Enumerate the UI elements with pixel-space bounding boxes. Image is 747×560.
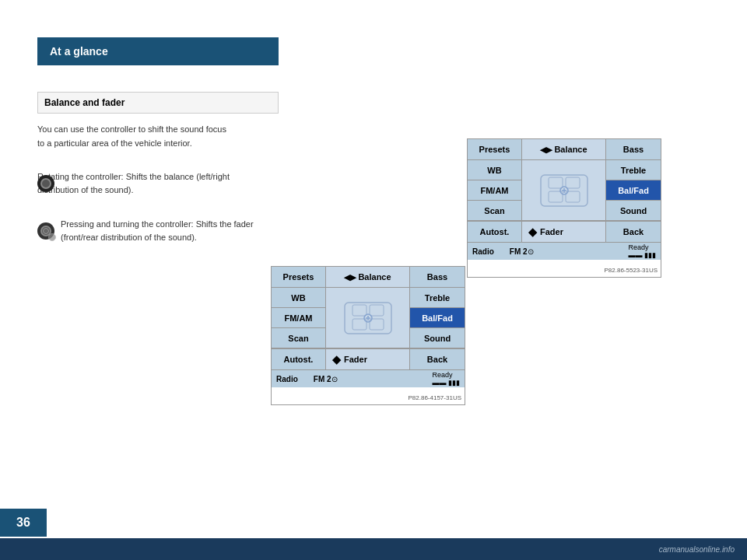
presets-btn-small[interactable]: Presets xyxy=(272,267,326,287)
bal-fad-btn-large[interactable]: Bal/Fad xyxy=(606,180,661,201)
autost-btn-small[interactable]: Autost. xyxy=(272,349,326,369)
radio-icon-large: ⊙ xyxy=(528,247,534,256)
sound-btn-large[interactable]: Sound xyxy=(606,201,661,221)
svg-rect-2 xyxy=(370,305,384,316)
fm2-label-large: FM 2 xyxy=(510,247,528,256)
balance-label-large: Balance xyxy=(554,145,587,154)
part-number-small: P82.86-4157-31US xyxy=(272,387,465,404)
bal-fad-btn-small[interactable]: Bal/Fad xyxy=(410,308,465,328)
svg-rect-10 xyxy=(566,177,580,188)
subheader-title: Balance and fader xyxy=(44,97,124,108)
radio-icon-small: ⊙ xyxy=(331,375,338,383)
page-number: 36 xyxy=(16,516,30,530)
radio-label-large: Radio xyxy=(472,247,494,256)
knob-icon-2 xyxy=(37,222,54,240)
wb-btn-large[interactable]: WB xyxy=(468,160,522,180)
radio-panel-small: Presets ◀▶ Balance Bass WB FM/AM Scan xyxy=(271,266,465,405)
page-badge: 36 xyxy=(0,509,47,537)
fader-label-large: Fader xyxy=(540,227,563,236)
radio-label-small: Radio xyxy=(276,375,298,383)
sound-btn-small[interactable]: Sound xyxy=(410,328,465,348)
fm2-label-small: FM 2 xyxy=(314,375,331,383)
subheader-box: Balance and fader xyxy=(37,92,279,114)
fader-label-small: Fader xyxy=(344,355,367,364)
body-text-block: You can use the controller to shift the … xyxy=(37,123,263,245)
bass-btn-small[interactable]: Bass xyxy=(410,267,465,287)
svg-rect-9 xyxy=(549,177,563,188)
balance-label-small: Balance xyxy=(358,272,391,282)
autost-btn-large[interactable]: Autost. xyxy=(468,222,522,242)
radio-panel-large: Presets ◀▶ Balance Bass WB FM/AM Scan xyxy=(467,138,661,278)
body-line4: Rotating the controller: Shifts the bala… xyxy=(37,170,263,198)
body-line2: to a particular area of the vehicle inte… xyxy=(37,137,263,151)
status-bar-small: Radio FM 2 ⊙ Ready ▬▬ ▮▮▮ xyxy=(272,370,465,387)
treble-btn-small[interactable]: Treble xyxy=(410,288,465,308)
status-bar-large: Radio FM 2 ⊙ Ready ▬▬ ▮▮▮ xyxy=(468,243,661,260)
car-diagram-small xyxy=(337,291,399,345)
svg-rect-1 xyxy=(352,305,366,316)
fm-am-btn-large[interactable]: FM/AM xyxy=(468,180,522,201)
watermark-text: carmanualsonline.info xyxy=(659,545,735,554)
presets-btn-large[interactable]: Presets xyxy=(468,139,522,159)
body-line7: Pressing and turning the controller: Shi… xyxy=(61,218,263,245)
part-number-large: P82.86-5523-31US xyxy=(468,260,661,277)
ready-status-small: Ready ▬▬ ▮▮▮ xyxy=(432,371,460,387)
header-title: At a glance xyxy=(50,45,108,58)
watermark-bar: carmanualsonline.info xyxy=(0,538,747,560)
bass-btn-large[interactable]: Bass xyxy=(606,139,661,159)
ready-status-large: Ready ▬▬ ▮▮▮ xyxy=(628,243,656,259)
treble-btn-large[interactable]: Treble xyxy=(606,160,661,180)
car-diagram-large xyxy=(533,163,595,218)
wb-btn-small[interactable]: WB xyxy=(272,288,326,308)
back-btn-small[interactable]: Back xyxy=(410,349,465,369)
body-line1: You can use the controller to shift the … xyxy=(37,123,263,137)
fm-am-btn-small[interactable]: FM/AM xyxy=(272,308,326,328)
back-btn-large[interactable]: Back xyxy=(606,222,661,242)
scan-btn-large[interactable]: Scan xyxy=(468,201,522,221)
header-bar: At a glance xyxy=(37,37,279,65)
scan-btn-small[interactable]: Scan xyxy=(272,328,326,348)
